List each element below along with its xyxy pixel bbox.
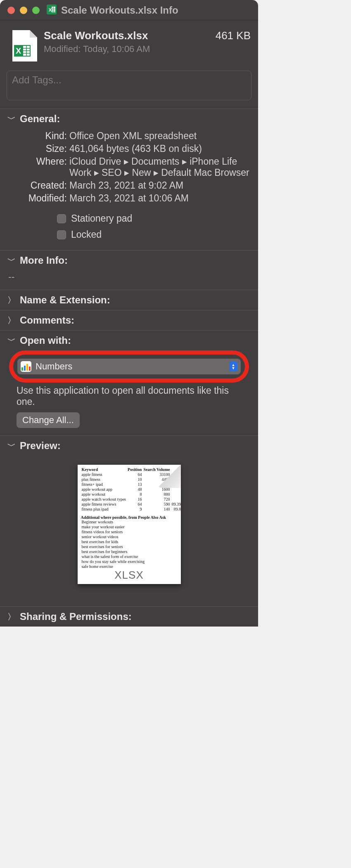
minimize-window-button[interactable] <box>20 7 27 14</box>
preview-row: best exercises for kids <box>81 539 178 544</box>
open-with-app-name: Numbers <box>36 361 72 372</box>
section-open-with-header[interactable]: ﹀ Open with: <box>0 331 258 350</box>
stationery-pad-label: Stationery pad <box>71 213 132 224</box>
preview-row: what is the safest form of exercise <box>81 554 178 559</box>
section-more-info-title: More Info: <box>20 255 68 266</box>
section-preview: ﹀ Preview: Keyword Position Search Volum… <box>0 435 258 606</box>
preview-row: apple workout8880 <box>81 492 182 497</box>
titlebar-file-icon: X <box>46 4 57 17</box>
size-value: 461,064 bytes (463 KB on disk) <box>69 143 251 154</box>
file-header: X Scale Workouts.xlsx Modified: Today, 1… <box>0 20 258 69</box>
section-open-with: ﹀ Open with: Numbers ▲▼ Use this applica… <box>0 330 258 435</box>
section-more-info: ﹀ More Info: -- <box>0 250 258 290</box>
section-preview-header[interactable]: ﹀ Preview: <box>0 436 258 456</box>
preview-extension-label: XLSX <box>78 569 181 582</box>
preview-row: fitness plus ipad914089.8 <box>81 507 182 512</box>
section-comments-title: Comments: <box>20 315 74 326</box>
section-general-header[interactable]: ﹀ General: <box>0 109 258 129</box>
preview-row: how do you stay safe while exercising <box>81 559 178 564</box>
preview-col-keyword: Keyword <box>81 467 127 472</box>
created-value: March 23, 2021 at 9:02 AM <box>69 180 251 191</box>
modified-label: Modified: <box>44 44 81 54</box>
chevron-down-icon: ﹀ <box>7 255 15 266</box>
section-general: ﹀ General: Kind:Office Open XML spreadsh… <box>0 109 258 250</box>
section-comments: 〉 Comments: <box>0 310 258 330</box>
preview-row: apple watch workout types16720 <box>81 497 182 502</box>
svg-text:X: X <box>16 46 21 55</box>
chevron-down-icon: ﹀ <box>7 440 15 452</box>
section-preview-title: Preview: <box>20 440 61 452</box>
kind-label: Kind: <box>7 130 69 142</box>
section-comments-header[interactable]: 〉 Comments: <box>0 310 258 330</box>
section-name-extension-header[interactable]: 〉 Name & Extension: <box>0 290 258 310</box>
chevron-down-icon: ﹀ <box>7 114 15 125</box>
section-more-info-header[interactable]: ﹀ More Info: <box>0 251 258 270</box>
more-info-body: -- <box>0 270 258 290</box>
section-sharing-permissions-title: Sharing & Permissions: <box>20 611 132 622</box>
gmodified-value: March 23, 2021 at 10:06 AM <box>69 193 251 204</box>
open-with-help-text: Use this application to open all documen… <box>0 385 258 412</box>
section-sharing-permissions: 〉 Sharing & Permissions: <box>0 606 258 627</box>
open-with-app-select[interactable]: Numbers ▲▼ <box>17 359 241 374</box>
section-open-with-title: Open with: <box>20 335 71 346</box>
zoom-window-button[interactable] <box>32 7 40 14</box>
tags-input[interactable]: Add Tags... <box>7 71 251 100</box>
preview-row: fitness videos for seniors <box>81 530 178 535</box>
file-name: Scale Workouts.xlsx <box>44 29 216 42</box>
get-info-window: X Scale Workouts.xlsx Info X <box>0 0 258 627</box>
annotation-highlight: Numbers ▲▼ <box>9 350 249 383</box>
chevron-right-icon: 〉 <box>7 315 15 326</box>
section-general-title: General: <box>20 113 60 125</box>
modified-value: Today, 10:06 AM <box>83 44 150 54</box>
svg-marker-9 <box>30 30 37 38</box>
file-size: 461 KB <box>216 29 251 42</box>
section-name-extension: 〉 Name & Extension: <box>0 290 258 310</box>
section-name-extension-title: Name & Extension: <box>20 294 110 306</box>
where-value: iCloud Drive ▸ Documents ▸ iPhone Life W… <box>69 156 251 178</box>
section-sharing-permissions-header[interactable]: 〉 Sharing & Permissions: <box>0 607 258 627</box>
file-type-icon: X <box>12 29 38 64</box>
numbers-app-icon <box>21 361 31 372</box>
chevron-right-icon: 〉 <box>7 295 15 306</box>
locked-checkbox[interactable] <box>57 230 66 239</box>
svg-text:X: X <box>49 7 52 12</box>
preview-section2-title: Additional where possible, from People A… <box>81 512 178 520</box>
close-window-button[interactable] <box>7 7 15 14</box>
gmodified-label: Modified: <box>7 193 69 204</box>
titlebar: X Scale Workouts.xlsx Info <box>0 0 258 20</box>
preview-row: best exercises for beginners <box>81 549 178 554</box>
stationery-pad-checkbox[interactable] <box>57 214 66 223</box>
window-title: Scale Workouts.xlsx Info <box>61 5 178 16</box>
dropdown-stepper-icon: ▲▼ <box>229 362 237 371</box>
page-fold-icon <box>158 465 181 488</box>
preview-row: Beginner workouts <box>81 520 178 525</box>
preview-row: apple fitness reviews6459089.39 <box>81 502 182 507</box>
kind-value: Office Open XML spreadsheet <box>69 130 251 142</box>
preview-col-position: Position <box>127 467 142 472</box>
size-label: Size: <box>7 143 69 154</box>
tags-placeholder: Add Tags... <box>12 74 62 85</box>
locked-label: Locked <box>71 229 102 240</box>
preview-thumbnail: Keyword Position Search Volume apple fit… <box>78 465 181 584</box>
chevron-down-icon: ﹀ <box>7 335 15 346</box>
preview-row: senior workout videos <box>81 535 178 539</box>
preview-row: make your workout easier <box>81 525 178 530</box>
chevron-right-icon: 〉 <box>7 611 15 622</box>
preview-row: best exercises for seniors <box>81 544 178 549</box>
window-controls <box>7 7 40 14</box>
change-all-button[interactable]: Change All... <box>17 412 80 428</box>
where-label: Where: <box>7 156 69 178</box>
created-label: Created: <box>7 180 69 191</box>
file-modified-line: Modified: Today, 10:06 AM <box>44 44 216 54</box>
